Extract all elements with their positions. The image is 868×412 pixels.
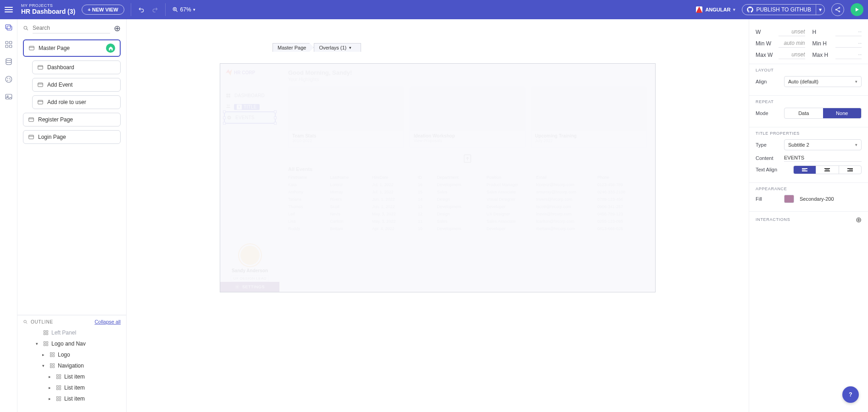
fill-swatch[interactable] xyxy=(784,195,794,203)
card-subtitle: July 2022 xyxy=(535,138,643,143)
width-input[interactable]: unset xyxy=(779,27,805,36)
card-title: Upcoming Training xyxy=(535,133,643,138)
page-icon xyxy=(37,64,44,71)
new-view-button[interactable]: + NEW VIEW xyxy=(82,5,124,15)
redo-icon[interactable] xyxy=(151,6,159,13)
page-item[interactable]: Master Page xyxy=(23,39,121,57)
page-icon xyxy=(37,99,44,105)
table-cell: lcarlton@hrcorp.com xyxy=(536,219,597,224)
repeat-seg-data[interactable]: Data xyxy=(785,108,823,118)
outline-row[interactable]: Left Panel xyxy=(23,327,121,338)
canvas-crumb-master[interactable]: Master Page xyxy=(273,43,314,52)
undo-icon[interactable] xyxy=(138,6,145,13)
page-search-input[interactable] xyxy=(33,23,110,33)
table-cell: Lisa xyxy=(288,219,330,224)
resize-handle[interactable] xyxy=(223,116,226,119)
rail-layers-icon[interactable] xyxy=(5,23,13,31)
add-interaction-icon[interactable]: ⊕ xyxy=(856,215,862,224)
page-item[interactable]: Dashboard xyxy=(32,60,121,74)
breadcrumb: MY PROJECTS HR Dashboard (3) xyxy=(21,4,75,15)
type-select[interactable]: Subtitle 2 ▾ xyxy=(784,139,862,150)
hamburger-menu-icon[interactable] xyxy=(5,7,13,12)
svg-point-6 xyxy=(839,11,840,12)
svg-rect-51 xyxy=(53,355,55,357)
align-left-button[interactable] xyxy=(794,166,816,174)
search-icon xyxy=(23,319,28,324)
outline-row[interactable]: ▸List item xyxy=(23,382,121,393)
chevron-down-icon: ▾ xyxy=(349,45,351,50)
share-button[interactable] xyxy=(831,3,844,16)
breadcrumb-parent[interactable]: MY PROJECTS xyxy=(21,4,75,8)
outline-label: Logo and Nav xyxy=(51,341,86,347)
zoom-value: 67% xyxy=(180,6,191,13)
publish-split-chevron[interactable]: ▾ xyxy=(816,5,824,15)
artboard[interactable]: HR CORP DASHBOARDTEAMEVENTSTitle Sandy A… xyxy=(220,63,656,292)
upload-icon xyxy=(288,154,647,164)
svg-point-5 xyxy=(839,7,840,8)
svg-rect-36 xyxy=(29,135,34,139)
resize-handle[interactable] xyxy=(274,110,277,113)
content-input[interactable]: EVENTS xyxy=(784,154,862,162)
type-value: Subtitle 2 xyxy=(788,142,809,148)
node-icon xyxy=(56,374,61,379)
outline-row[interactable]: ▸Logo xyxy=(23,349,121,360)
outline-row[interactable]: ▾Navigation xyxy=(23,360,121,371)
help-fab[interactable]: ? xyxy=(842,386,859,403)
page-item[interactable]: Add role to user xyxy=(32,95,121,109)
outline-collapse-all[interactable]: Collapse all xyxy=(95,319,121,324)
canvas[interactable]: Master Page Overlays (1) ▾ HR CORP DASHB… xyxy=(127,19,749,412)
svg-rect-68 xyxy=(226,93,228,95)
rail-assets-icon[interactable] xyxy=(5,93,13,101)
minw-input[interactable]: auto min xyxy=(779,39,805,48)
selection-label: Title xyxy=(234,104,260,110)
canvas-crumb-overlays[interactable]: Overlays (1) ▾ xyxy=(314,43,361,52)
svg-rect-49 xyxy=(53,353,55,355)
table-cell: Sales Associate xyxy=(487,219,536,224)
fill-value[interactable]: Secondary-200 xyxy=(800,196,862,202)
repeat-seg-none[interactable]: None xyxy=(823,108,862,118)
add-page-icon[interactable]: ⊕ xyxy=(114,23,121,33)
page-item[interactable]: Register Page xyxy=(23,113,121,126)
svg-rect-43 xyxy=(46,333,48,335)
svg-rect-28 xyxy=(38,66,43,69)
align-select[interactable]: Auto (default) ▾ xyxy=(784,76,862,87)
resize-handle[interactable] xyxy=(223,122,226,125)
framework-select[interactable]: ANGULAR ▾ xyxy=(696,6,735,13)
resize-handle[interactable] xyxy=(274,116,277,119)
page-item[interactable]: Login Page xyxy=(23,130,121,144)
outline-row[interactable]: ▾Logo and Nav xyxy=(23,338,121,349)
resize-handle[interactable] xyxy=(274,122,277,125)
page-item[interactable]: Add Event xyxy=(32,78,121,92)
rail-components-icon[interactable] xyxy=(5,40,13,49)
align-right-button[interactable] xyxy=(839,166,861,174)
minh-input[interactable]: -- xyxy=(835,39,862,48)
chevron-down-icon: ▾ xyxy=(855,143,857,147)
svg-rect-60 xyxy=(57,386,59,388)
resize-handle[interactable] xyxy=(223,110,226,113)
avatar xyxy=(239,244,261,266)
table-col: Position xyxy=(487,175,536,180)
minh-label: Min H xyxy=(812,40,833,47)
gear-icon xyxy=(235,285,239,289)
svg-rect-46 xyxy=(44,344,46,346)
title-properties-section: TITLE PROPERTIES Type Subtitle 2 ▾ Conte… xyxy=(749,127,868,182)
rail-theme-icon[interactable] xyxy=(5,75,13,83)
table-cell: Visual Designer xyxy=(487,197,536,202)
maxh-input[interactable]: -- xyxy=(835,50,862,59)
project-title[interactable]: HR Dashboard (3) xyxy=(21,8,75,15)
height-input[interactable]: -- xyxy=(835,27,862,36)
zoom-control[interactable]: 67% ▾ xyxy=(172,6,195,13)
caret-icon: ▸ xyxy=(42,352,47,357)
rail-data-icon[interactable] xyxy=(5,58,13,66)
outline-row[interactable]: ▸List item xyxy=(23,371,121,382)
publish-main[interactable]: PUBLISH TO GITHUB xyxy=(742,5,816,15)
preview-play-button[interactable] xyxy=(851,3,863,16)
svg-rect-47 xyxy=(46,344,48,346)
outline-row[interactable]: ▸List item xyxy=(23,393,121,404)
right-panel: Wunset H-- Min Wauto min Min H-- Max Wun… xyxy=(749,19,868,412)
outline-tree: Left Panel▾Logo and Nav▸Logo▾Navigation▸… xyxy=(23,327,121,404)
table-cell: Bettani xyxy=(330,226,373,231)
align-center-button[interactable] xyxy=(816,166,838,174)
caret-icon: ▸ xyxy=(49,374,53,379)
maxw-input[interactable]: unset xyxy=(779,50,805,59)
